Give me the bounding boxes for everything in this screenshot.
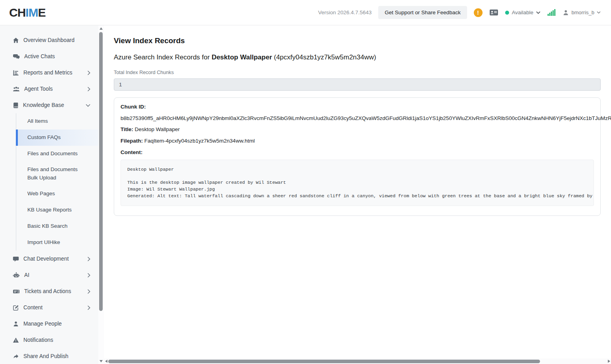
warning-icon[interactable]: ! <box>474 8 483 17</box>
sidebar-item-knowledge-base[interactable]: Knowledge Base <box>0 97 98 113</box>
chevron-right-icon <box>87 305 90 310</box>
warning-triangle-icon <box>13 337 19 343</box>
chunk-id-value: b8b275390ff5_aHR0cHM6Ly9jNWNpY29nbml0aXZ… <box>121 115 594 121</box>
scroll-left-arrow-icon[interactable] <box>105 360 107 363</box>
app-logo[interactable]: CHIME <box>9 6 46 19</box>
ticket-icon <box>13 288 20 295</box>
page-title: View Index Records <box>114 36 611 45</box>
sidebar-item-label: Knowledge Base <box>23 102 64 108</box>
chat-icon <box>13 256 19 262</box>
horizontal-scrollbar[interactable] <box>104 358 611 364</box>
subtitle-prefix: Azure Search Index Records for <box>114 53 212 61</box>
sidebar-item-basic-kb-search[interactable]: Basic KB Search <box>16 218 98 234</box>
sidebar-item-agent-tools[interactable]: Agent Tools <box>0 81 98 97</box>
sidebar-item-label: Share And Publish <box>23 353 69 359</box>
scroll-down-arrow-icon[interactable] <box>100 360 103 362</box>
subtitle-suffix: (4pcxfy04szb1yz7k5w5m2n34ww) <box>272 53 376 61</box>
filepath-value: FaqItem-4pcxfy04szb1yz7k5w5m2n34ww.html <box>144 138 255 144</box>
sidebar-item-label: Basic KB Search <box>27 222 67 231</box>
sidebar-item-label: Import UIHike <box>27 238 60 247</box>
book-icon <box>13 102 19 109</box>
chevron-right-icon <box>87 273 90 278</box>
record-name: Desktop Wallpaper <box>212 53 272 61</box>
sidebar-item-notifications[interactable]: Notifications <box>0 332 98 348</box>
sidebar-scrollbar[interactable] <box>98 25 104 364</box>
sidebar-item-label: Files and Documents Bulk Upload <box>27 166 88 182</box>
vertical-scrollbar-thumb[interactable] <box>99 32 103 311</box>
reports-icon <box>13 70 19 76</box>
chevron-right-icon <box>87 71 90 75</box>
chevron-down-icon <box>536 11 540 14</box>
share-icon <box>13 353 19 360</box>
sidebar-item-files-and-documents-bulk-upload[interactable]: Files and Documents Bulk Upload <box>16 162 98 186</box>
sidebar-item-label: Overview Dashboard <box>23 37 75 43</box>
sidebar-item-web-pages[interactable]: Web Pages <box>16 186 98 202</box>
logo-part-dark2: E <box>38 6 46 19</box>
sidebar-item-reports-and-metrics[interactable]: Reports and Metrics <box>0 65 98 81</box>
chevron-right-icon <box>87 289 90 294</box>
main-content: View Index Records Azure Search Index Re… <box>104 25 611 364</box>
chats-icon <box>13 53 20 60</box>
sidebar-item-import-uihike[interactable]: Import UIHike <box>16 234 98 251</box>
sidebar-item-files-and-documents[interactable]: Files and Documents <box>16 146 98 162</box>
sidebar-item-ai[interactable]: AI <box>0 267 98 283</box>
total-chunks-label: Total Index Record Chunks <box>114 70 611 75</box>
sidebar-item-content[interactable]: Content <box>0 299 98 316</box>
filepath-row: Filepath: FaqItem-4pcxfy04szb1yz7k5w5m2n… <box>121 138 594 145</box>
title-label: Title: <box>121 126 133 132</box>
version-label: Version 2026.4.7.5643 <box>318 10 372 15</box>
sidebar-item-overview-dashboard[interactable]: Overview Dashboard <box>0 32 98 48</box>
username-label: bmorris_b <box>571 10 594 15</box>
edit-icon <box>13 305 19 311</box>
user-icon <box>563 10 569 16</box>
sidebar-item-label: Files and Documents <box>27 150 78 158</box>
agents-icon <box>13 86 20 92</box>
page-subtitle: Azure Search Index Records for Desktop W… <box>114 53 611 61</box>
sidebar-item-label: KB Usage Reports <box>27 206 72 214</box>
sidebar-item-label: Tickets and Actions <box>24 288 71 294</box>
sidebar-item-share-and-publish[interactable]: Share And Publish <box>0 348 98 364</box>
title-value: Desktop Wallpaper <box>135 126 180 132</box>
content-label: Content: <box>121 149 594 156</box>
sidebar-item-label: Content <box>23 305 42 311</box>
available-status-dot <box>505 11 509 15</box>
user-menu[interactable]: bmorris_b <box>563 10 601 16</box>
robot-icon <box>13 272 20 278</box>
sidebar-item-label: Reports and Metrics <box>23 70 72 76</box>
horizontal-scrollbar-thumb[interactable] <box>108 360 540 363</box>
sidebar-item-active-chats[interactable]: Active Chats <box>0 48 98 65</box>
scroll-up-arrow-icon[interactable] <box>100 27 103 30</box>
availability-label: Available <box>512 10 534 15</box>
sidebar-item-manage-people[interactable]: Manage People <box>0 316 98 332</box>
sidebar-item-label: Agent Tools <box>24 86 53 92</box>
sidebar-item-kb-usage-reports[interactable]: KB Usage Reports <box>16 202 98 218</box>
sidebar-item-label: Custom FAQs <box>27 133 61 142</box>
scroll-right-arrow-icon[interactable] <box>608 360 610 363</box>
logo-part-blue: IM <box>25 6 38 19</box>
chevron-right-icon <box>87 257 90 261</box>
logo-part-dark1: CH <box>9 6 25 19</box>
chevron-right-icon <box>87 87 90 91</box>
person-icon <box>13 321 19 327</box>
title-row: Title: Desktop Wallpaper <box>121 126 594 133</box>
sidebar-item-custom-faqs[interactable]: Custom FAQs <box>16 130 98 146</box>
availability-dropdown[interactable]: Available <box>505 10 541 15</box>
sidebar-item-all-items[interactable]: All Items <box>16 113 98 130</box>
chevron-down-icon <box>597 11 601 14</box>
total-chunks-input[interactable] <box>114 78 601 91</box>
sidebar-item-label: All Items <box>27 117 48 126</box>
support-feedback-button[interactable]: Get Support or Share Feedback <box>378 6 467 19</box>
sidebar-item-tickets-and-actions[interactable]: Tickets and Actions <box>0 283 98 299</box>
contact-card-icon[interactable] <box>489 9 498 16</box>
sidebar-item-label: Web Pages <box>27 190 55 198</box>
chunk-id-label: Chunk ID: <box>121 104 594 111</box>
knowledge-base-submenu: All Items Custom FAQs Files and Document… <box>16 113 98 251</box>
content-code-block: Desktop Wallpaper This is the desktop im… <box>121 160 594 206</box>
signal-bars-icon <box>547 8 556 17</box>
sidebar-item-label: Chat Development <box>23 256 69 262</box>
chevron-down-icon <box>86 104 90 107</box>
sidebar-item-label: Manage People <box>23 321 62 327</box>
sidebar-item-label: Active Chats <box>24 53 55 59</box>
home-icon <box>13 37 19 44</box>
sidebar-item-chat-development[interactable]: Chat Development <box>0 251 98 267</box>
